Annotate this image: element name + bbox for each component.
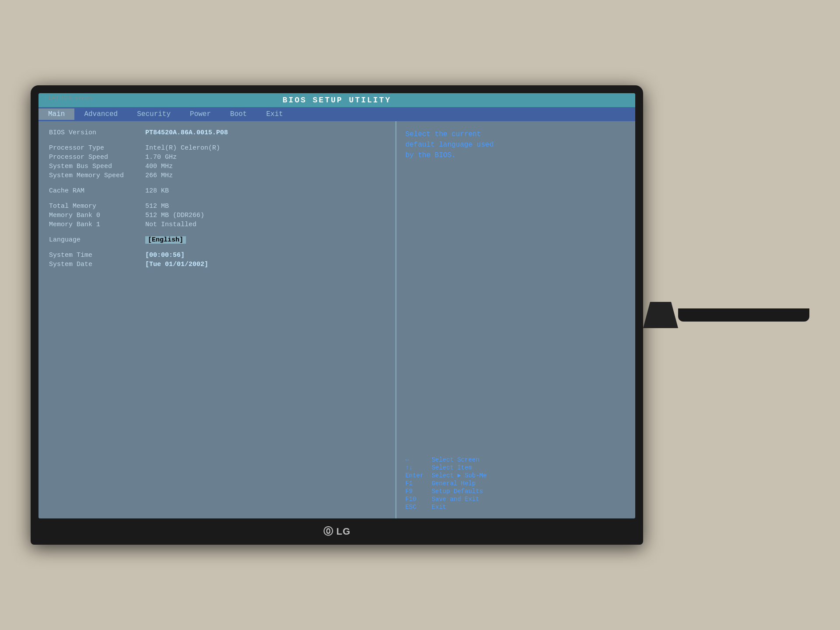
bios-key-help: ↔ Select Screen ↑↓ Select Item Enter Sel…	[405, 456, 626, 511]
lg-logo: ⓪ LG	[323, 525, 351, 538]
system-date-value[interactable]: [Tue 01/01/2002]	[145, 261, 208, 268]
menu-item-advanced[interactable]: Advanced	[74, 108, 127, 120]
monitor-stand-neck	[643, 302, 678, 328]
key-f1: F1	[405, 480, 431, 487]
key-select-item-desc: Select Item	[431, 464, 472, 471]
monitor-stand-base	[678, 308, 809, 322]
system-bus-speed-row: System Bus Speed 400 MHz	[49, 163, 385, 170]
bios-right-panel: Select the current default language used…	[396, 121, 635, 518]
language-value[interactable]: [English]	[145, 236, 186, 244]
system-time-label: System Time	[49, 252, 145, 259]
bios-version-row: BIOS Version PT84520A.86A.0015.P08	[49, 129, 385, 136]
key-f9: F9	[405, 488, 431, 495]
key-row-f1: F1 General Help	[405, 480, 626, 487]
system-memory-speed-value: 266 MHz	[145, 172, 173, 179]
bios-content: BIOS Version PT84520A.86A.0015.P08 Proce…	[38, 121, 635, 518]
system-date-row: System Date [Tue 01/01/2002]	[49, 261, 385, 268]
key-f1-desc: General Help	[431, 480, 476, 487]
memory-bank0-row: Memory Bank 0 512 MB (DDR266)	[49, 212, 385, 219]
total-memory-label: Total Memory	[49, 203, 145, 210]
key-enter: Enter	[405, 472, 431, 479]
key-row-f10: F10 Save and Exit	[405, 496, 626, 503]
key-f9-desc: Setup Defaults	[431, 488, 483, 495]
monitor-screen: BIOS SETUP UTILITY Main Advanced Securit…	[38, 93, 635, 518]
key-select-screen-desc: Select Screen	[431, 456, 479, 463]
key-enter-desc: Select ► Sub-Me	[431, 472, 486, 479]
bios-menu-bar: Main Advanced Security Power Boot Exit	[38, 107, 635, 121]
memory-bank1-row: Memory Bank 1 Not Installed	[49, 221, 385, 228]
language-row: Language [English]	[49, 236, 385, 244]
system-memory-speed-row: System Memory Speed 266 MHz	[49, 172, 385, 179]
bios-title-bar: BIOS SETUP UTILITY	[38, 93, 635, 107]
bios-main-panel: BIOS Version PT84520A.86A.0015.P08 Proce…	[38, 121, 396, 518]
key-f10: F10	[405, 496, 431, 503]
menu-item-exit[interactable]: Exit	[256, 108, 292, 120]
language-label: Language	[49, 236, 145, 244]
key-row-enter: Enter Select ► Sub-Me	[405, 472, 626, 479]
bios-version-label: BIOS Version	[49, 129, 145, 136]
memory-bank0-label: Memory Bank 0	[49, 212, 145, 219]
processor-speed-value: 1.70 GHz	[145, 154, 177, 161]
processor-speed-label: Processor Speed	[49, 154, 145, 161]
key-row-select-item: ↑↓ Select Item	[405, 464, 626, 471]
system-memory-speed-label: System Memory Speed	[49, 172, 145, 179]
bios-help-text: Select the current default language used…	[405, 129, 626, 161]
system-bus-speed-label: System Bus Speed	[49, 163, 145, 170]
key-arrow-lr: ↔	[405, 456, 431, 463]
key-esc-desc: Exit	[431, 504, 446, 511]
cache-ram-label: Cache RAM	[49, 187, 145, 195]
menu-item-power[interactable]: Power	[180, 108, 220, 120]
key-row-esc: ESC Exit	[405, 504, 626, 511]
system-time-value[interactable]: [00:00:56]	[145, 252, 185, 259]
processor-type-value: Intel(R) Celeron(R)	[145, 144, 220, 152]
total-memory-row: Total Memory 512 MB	[49, 203, 385, 210]
key-f10-desc: Save and Exit	[431, 496, 479, 503]
memory-bank0-value: 512 MB (DDR266)	[145, 212, 204, 219]
cache-ram-row: Cache RAM 128 KB	[49, 187, 385, 195]
monitor-bezel-bottom: ⓪ LG	[38, 518, 635, 545]
key-row-f9: F9 Setup Defaults	[405, 488, 626, 495]
processor-type-label: Processor Type	[49, 144, 145, 152]
system-date-label: System Date	[49, 261, 145, 268]
processor-speed-row: Processor Speed 1.70 GHz	[49, 154, 385, 161]
bios-screen: BIOS SETUP UTILITY Main Advanced Securit…	[38, 93, 635, 518]
system-time-row: System Time [00:00:56]	[49, 252, 385, 259]
processor-type-row: Processor Type Intel(R) Celeron(R)	[49, 144, 385, 152]
monitor-outer: FLATRON series BIOS SETUP UTILITY Main A…	[31, 85, 643, 545]
key-row-select-screen: ↔ Select Screen	[405, 456, 626, 463]
key-arrow-ud: ↑↓	[405, 464, 431, 471]
total-memory-value: 512 MB	[145, 203, 169, 210]
menu-item-main[interactable]: Main	[38, 108, 74, 120]
system-bus-speed-value: 400 MHz	[145, 163, 173, 170]
bios-version-value: PT84520A.86A.0015.P08	[145, 129, 228, 136]
cache-ram-value: 128 KB	[145, 187, 169, 195]
memory-bank1-value: Not Installed	[145, 221, 196, 228]
memory-bank1-label: Memory Bank 1	[49, 221, 145, 228]
key-esc: ESC	[405, 504, 431, 511]
menu-item-boot[interactable]: Boot	[220, 108, 256, 120]
monitor-brand: FLATRON series	[45, 95, 93, 100]
menu-item-security[interactable]: Security	[127, 108, 180, 120]
